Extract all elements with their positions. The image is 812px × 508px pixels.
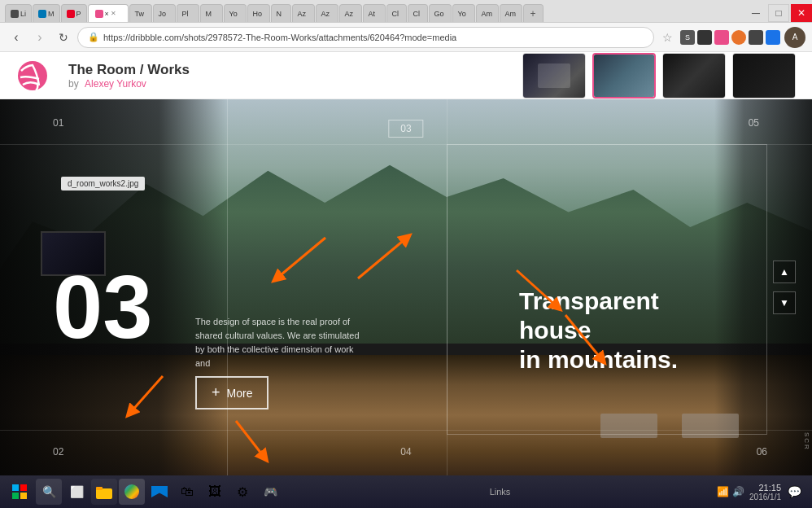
arrow-2: [350, 230, 423, 303]
dribbble-logo[interactable]: [16, 59, 49, 92]
shot-title-area: The Room / Works by Alexey Yurkov: [68, 62, 522, 90]
user-avatar[interactable]: A: [784, 27, 805, 48]
dribbble-logo-icon: [16, 59, 49, 92]
system-tray: 📶 🔊 21:15 2016/1/1 💬: [717, 483, 807, 501]
nav-up-button[interactable]: ▲: [773, 261, 796, 283]
tab-m[interactable]: M: [33, 4, 60, 22]
tab-az1[interactable]: Az: [292, 4, 315, 22]
tab-am1[interactable]: Am: [476, 4, 499, 22]
taskbar-store[interactable]: 🛍: [174, 479, 200, 505]
tab-cl2[interactable]: Cl: [408, 4, 428, 22]
time-display: 21:15: [749, 483, 781, 493]
thumbnail-4[interactable]: [732, 53, 796, 99]
thumbnail-3[interactable]: [662, 53, 726, 99]
tab-ho[interactable]: Ho: [247, 4, 270, 22]
thumbnail-1[interactable]: [522, 53, 586, 99]
tab-at[interactable]: At: [363, 4, 386, 22]
svg-rect-9: [12, 493, 19, 499]
section-03-marker: 03: [388, 120, 423, 138]
svg-line-5: [130, 376, 163, 413]
tab-active[interactable]: × ✕: [88, 4, 129, 22]
window-maximize[interactable]: □: [768, 4, 789, 22]
tab-az2[interactable]: Az: [316, 4, 338, 22]
thumbnail-2[interactable]: [592, 53, 656, 99]
volume-icon[interactable]: 🔊: [732, 486, 744, 497]
tab-yo2[interactable]: Yo: [452, 4, 475, 22]
tab-p[interactable]: P: [61, 4, 87, 22]
svg-line-1: [277, 238, 325, 278]
svg-line-4: [565, 315, 602, 360]
thumbnails-area: [522, 53, 796, 99]
address-bar[interactable]: 🔒 https://dribbble.com/shots/2978572-The…: [77, 27, 654, 48]
taskbar-file-explorer[interactable]: [91, 479, 117, 505]
svg-rect-7: [12, 484, 19, 491]
lock-icon: 🔒: [88, 32, 99, 42]
label-02: 02: [53, 446, 63, 458]
taskbar: 🔍 ⬜ 🛍 🖼 ⚙ 🎮 Links 📶 🔊 21:15 2016/1/1 💬: [0, 475, 812, 508]
window-minimize[interactable]: ─: [745, 4, 766, 22]
taskbar-settings[interactable]: ⚙: [229, 479, 255, 505]
ext-4[interactable]: [731, 30, 746, 45]
tab-az3[interactable]: Az: [339, 4, 362, 22]
notifications-icon[interactable]: 💬: [786, 484, 802, 500]
svg-line-2: [358, 238, 407, 278]
bookmark-icon[interactable]: ☆: [658, 28, 676, 46]
network-icon[interactable]: 📶: [717, 486, 729, 497]
browser-tabs-bar: Li M P × ✕ Tw Jo Pl M Yo Ho N Az Az Az A…: [0, 0, 812, 23]
site-header: The Room / Works by Alexey Yurkov: [0, 52, 812, 99]
start-button[interactable]: [5, 477, 34, 506]
clock[interactable]: 21:15 2016/1/1: [749, 483, 781, 501]
label-05: 05: [749, 117, 759, 129]
svg-line-3: [517, 270, 557, 307]
tab-go[interactable]: Go: [429, 4, 452, 22]
svg-line-6: [236, 421, 264, 458]
taskbar-browser[interactable]: [119, 479, 145, 505]
tab-yo[interactable]: Yo: [224, 4, 247, 22]
taskbar-cortana[interactable]: ⬜: [63, 479, 89, 505]
forward-button[interactable]: ›: [30, 28, 50, 47]
arrow-6: [224, 413, 281, 470]
tab-n[interactable]: N: [271, 4, 291, 22]
date-display: 2016/1/1: [749, 493, 781, 501]
more-button[interactable]: + More: [195, 376, 268, 409]
svg-rect-10: [20, 493, 27, 499]
taskbar-search[interactable]: 🔍: [36, 479, 62, 505]
taskbar-mail[interactable]: [146, 479, 172, 505]
refresh-button[interactable]: ↻: [54, 28, 73, 47]
tab-am2[interactable]: Am: [500, 4, 522, 22]
window-close[interactable]: ✕: [791, 4, 812, 22]
label-06: 06: [757, 446, 767, 458]
more-plus-icon: +: [212, 384, 220, 401]
author-prefix: by: [68, 78, 79, 90]
tab-tw[interactable]: Tw: [129, 4, 152, 22]
ext-5[interactable]: [749, 30, 763, 45]
filename-label: d_room_works2.jpg: [61, 177, 145, 190]
tab-new[interactable]: +: [523, 4, 544, 22]
taskbar-xbox[interactable]: 🎮: [257, 479, 283, 505]
back-button[interactable]: ‹: [7, 28, 26, 47]
url-text: https://dribbble.com/shots/2978572-The-R…: [103, 33, 644, 42]
tab-m2[interactable]: M: [200, 4, 223, 22]
tab-li[interactable]: Li: [5, 4, 32, 22]
panel-number: 03: [53, 262, 152, 352]
shot-author: by Alexey Yurkov: [68, 78, 522, 90]
arrow-4: [553, 307, 618, 372]
svg-rect-12: [96, 487, 103, 490]
ext-1[interactable]: S: [680, 30, 695, 45]
taskbar-photos[interactable]: 🖼: [202, 479, 228, 505]
author-name[interactable]: Alexey Yurkov: [85, 78, 146, 90]
tab-pl[interactable]: Pl: [177, 4, 199, 22]
nav-arrows: ▲ ▼: [773, 261, 796, 314]
scroll-hint: SCR: [803, 432, 810, 451]
ext-2[interactable]: [697, 30, 712, 45]
tray-icons: 📶 🔊: [717, 486, 744, 497]
tab-jo[interactable]: Jo: [153, 4, 176, 22]
ext-3[interactable]: [714, 30, 729, 45]
tab-cl1[interactable]: Cl: [386, 4, 407, 22]
ext-6[interactable]: [766, 30, 780, 45]
nav-down-button[interactable]: ▼: [773, 291, 796, 314]
heading-line2: in mountains.: [519, 345, 731, 374]
main-image-area: 03 01 05 02 04 06 d_room_works2.jpg 03 T…: [0, 99, 812, 475]
svg-rect-8: [20, 484, 27, 491]
extension-icons: S: [680, 30, 780, 45]
